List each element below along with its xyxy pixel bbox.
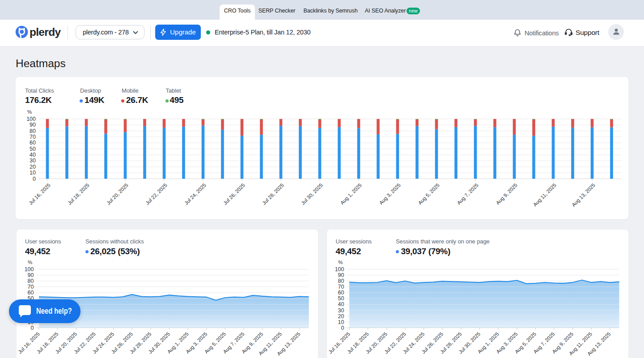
svg-text:90: 90 <box>30 122 36 128</box>
svg-text:Jul 20, 2025: Jul 20, 2025 <box>106 182 129 206</box>
svg-text:30: 30 <box>30 158 36 164</box>
svg-text:Aug 9, 2025: Aug 9, 2025 <box>495 182 518 205</box>
svg-text:Jul 26, 2025: Jul 26, 2025 <box>222 182 246 206</box>
svg-text:70: 70 <box>27 284 34 290</box>
svg-text:40: 40 <box>30 152 36 158</box>
svg-text:50: 50 <box>338 295 344 302</box>
svg-text:100: 100 <box>26 116 36 122</box>
svg-text:10: 10 <box>30 170 36 176</box>
svg-text:Aug 7, 2025: Aug 7, 2025 <box>456 182 479 205</box>
svg-text:70: 70 <box>338 284 344 290</box>
svg-text:100: 100 <box>24 266 34 272</box>
svg-text:90: 90 <box>338 272 344 278</box>
svg-text:0: 0 <box>341 324 344 331</box>
svg-text:30: 30 <box>338 307 344 313</box>
svg-text:40: 40 <box>338 301 344 307</box>
svg-text:20: 20 <box>338 313 344 319</box>
svg-text:Jul 30, 2025: Jul 30, 2025 <box>300 182 324 206</box>
svg-text:%: % <box>338 260 343 265</box>
svg-text:%: % <box>28 260 32 265</box>
svg-text:20: 20 <box>30 164 36 170</box>
svg-text:Jul 22, 2025: Jul 22, 2025 <box>144 182 168 206</box>
svg-text:Jul 28, 2025: Jul 28, 2025 <box>261 182 285 206</box>
svg-text:60: 60 <box>338 290 344 296</box>
svg-text:Jul 16, 2025: Jul 16, 2025 <box>28 182 51 206</box>
svg-text:50: 50 <box>30 146 36 152</box>
svg-text:0: 0 <box>30 324 34 331</box>
svg-text:Aug 1, 2025: Aug 1, 2025 <box>339 182 363 205</box>
svg-text:Aug 11, 2025: Aug 11, 2025 <box>532 182 557 207</box>
svg-text:80: 80 <box>27 278 34 284</box>
svg-text:Aug 5, 2025: Aug 5, 2025 <box>417 182 441 205</box>
svg-text:90: 90 <box>27 272 34 278</box>
svg-text:Aug 3, 2025: Aug 3, 2025 <box>378 182 402 205</box>
svg-text:10: 10 <box>338 319 344 325</box>
svg-text:60: 60 <box>30 140 36 146</box>
svg-text:100: 100 <box>335 266 344 272</box>
svg-text:80: 80 <box>338 278 344 284</box>
svg-text:0: 0 <box>33 176 36 182</box>
svg-text:80: 80 <box>30 128 36 134</box>
svg-text:60: 60 <box>27 290 34 296</box>
svg-text:Aug 13, 2025: Aug 13, 2025 <box>571 182 596 208</box>
svg-text:70: 70 <box>30 134 36 140</box>
svg-text:Jul 18, 2025: Jul 18, 2025 <box>67 182 90 206</box>
svg-text:Jul 24, 2025: Jul 24, 2025 <box>183 182 207 206</box>
svg-text:%: % <box>27 109 32 115</box>
